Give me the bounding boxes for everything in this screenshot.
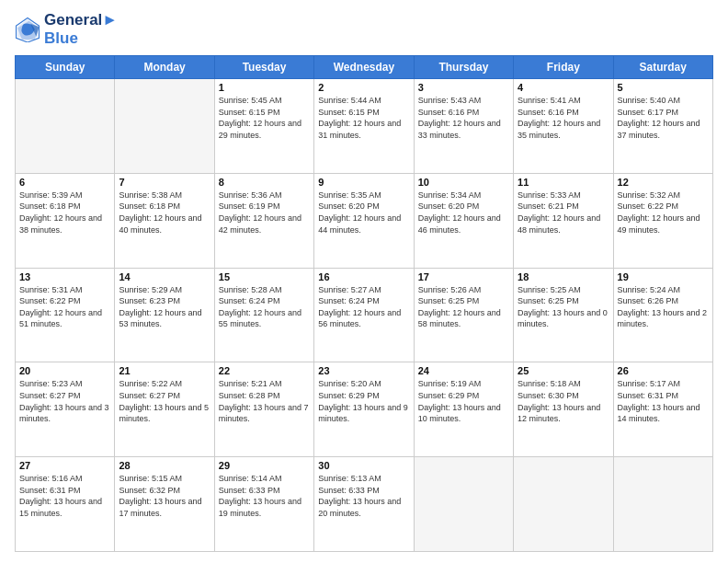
logo-text: General► Blue bbox=[44, 11, 118, 48]
calendar-day-cell bbox=[16, 79, 115, 174]
logo-icon bbox=[15, 17, 40, 42]
calendar-week-row: 1Sunrise: 5:45 AMSunset: 6:15 PMDaylight… bbox=[16, 79, 713, 174]
calendar-day-cell: 30Sunrise: 5:13 AMSunset: 6:33 PMDayligh… bbox=[314, 457, 414, 552]
calendar-day-cell: 24Sunrise: 5:19 AMSunset: 6:29 PMDayligh… bbox=[414, 362, 513, 457]
weekday-header-row: Sunday Monday Tuesday Wednesday Thursday… bbox=[16, 56, 713, 79]
header-thursday: Thursday bbox=[414, 56, 513, 79]
header-monday: Monday bbox=[115, 56, 214, 79]
day-number: 11 bbox=[518, 177, 609, 188]
calendar-day-cell: 25Sunrise: 5:18 AMSunset: 6:30 PMDayligh… bbox=[514, 362, 613, 457]
calendar-day-cell: 3Sunrise: 5:43 AMSunset: 6:16 PMDaylight… bbox=[414, 79, 513, 174]
day-info: Sunrise: 5:15 AMSunset: 6:32 PMDaylight:… bbox=[119, 473, 210, 519]
day-info: Sunrise: 5:21 AMSunset: 6:28 PMDaylight:… bbox=[219, 378, 310, 424]
day-number: 25 bbox=[518, 365, 609, 376]
day-info: Sunrise: 5:33 AMSunset: 6:21 PMDaylight:… bbox=[518, 190, 609, 236]
day-number: 21 bbox=[119, 365, 210, 376]
header-sunday: Sunday bbox=[16, 56, 115, 79]
calendar-day-cell: 7Sunrise: 5:38 AMSunset: 6:18 PMDaylight… bbox=[115, 173, 214, 268]
day-info: Sunrise: 5:14 AMSunset: 6:33 PMDaylight:… bbox=[219, 473, 310, 519]
day-number: 6 bbox=[19, 177, 110, 188]
calendar-day-cell: 27Sunrise: 5:16 AMSunset: 6:31 PMDayligh… bbox=[16, 457, 115, 552]
calendar-day-cell: 19Sunrise: 5:24 AMSunset: 6:26 PMDayligh… bbox=[613, 268, 712, 362]
day-number: 10 bbox=[418, 177, 509, 188]
day-number: 26 bbox=[618, 365, 709, 376]
day-number: 8 bbox=[219, 177, 310, 188]
day-info: Sunrise: 5:39 AMSunset: 6:18 PMDaylight:… bbox=[19, 190, 110, 236]
calendar-day-cell: 1Sunrise: 5:45 AMSunset: 6:15 PMDaylight… bbox=[214, 79, 313, 174]
day-info: Sunrise: 5:31 AMSunset: 6:22 PMDaylight:… bbox=[19, 284, 110, 330]
day-number: 22 bbox=[219, 365, 310, 376]
day-number: 1 bbox=[219, 82, 310, 93]
calendar-day-cell: 9Sunrise: 5:35 AMSunset: 6:20 PMDaylight… bbox=[314, 173, 414, 268]
calendar-day-cell: 16Sunrise: 5:27 AMSunset: 6:24 PMDayligh… bbox=[314, 268, 414, 362]
day-number: 4 bbox=[518, 82, 609, 93]
calendar-day-cell: 2Sunrise: 5:44 AMSunset: 6:15 PMDaylight… bbox=[314, 79, 414, 174]
calendar-day-cell: 21Sunrise: 5:22 AMSunset: 6:27 PMDayligh… bbox=[115, 362, 214, 457]
header-friday: Friday bbox=[514, 56, 613, 79]
calendar-day-cell: 12Sunrise: 5:32 AMSunset: 6:22 PMDayligh… bbox=[613, 173, 712, 268]
day-number: 5 bbox=[618, 82, 709, 93]
day-info: Sunrise: 5:32 AMSunset: 6:22 PMDaylight:… bbox=[618, 190, 709, 236]
calendar-day-cell: 11Sunrise: 5:33 AMSunset: 6:21 PMDayligh… bbox=[514, 173, 613, 268]
day-number: 19 bbox=[618, 271, 709, 282]
calendar-day-cell: 22Sunrise: 5:21 AMSunset: 6:28 PMDayligh… bbox=[214, 362, 313, 457]
day-info: Sunrise: 5:43 AMSunset: 6:16 PMDaylight:… bbox=[418, 95, 509, 141]
day-info: Sunrise: 5:28 AMSunset: 6:24 PMDaylight:… bbox=[219, 284, 310, 330]
day-number: 9 bbox=[318, 177, 409, 188]
day-number: 28 bbox=[119, 460, 210, 471]
day-info: Sunrise: 5:27 AMSunset: 6:24 PMDaylight:… bbox=[318, 284, 409, 330]
header-wednesday: Wednesday bbox=[314, 56, 414, 79]
calendar-day-cell: 15Sunrise: 5:28 AMSunset: 6:24 PMDayligh… bbox=[214, 268, 313, 362]
day-number: 7 bbox=[119, 177, 210, 188]
day-number: 14 bbox=[119, 271, 210, 282]
calendar-day-cell: 23Sunrise: 5:20 AMSunset: 6:29 PMDayligh… bbox=[314, 362, 414, 457]
calendar-day-cell: 4Sunrise: 5:41 AMSunset: 6:16 PMDaylight… bbox=[514, 79, 613, 174]
page: General► Blue Sunday Monday Tuesday Wedn… bbox=[0, 0, 728, 563]
day-info: Sunrise: 5:40 AMSunset: 6:17 PMDaylight:… bbox=[618, 95, 709, 141]
calendar-day-cell: 26Sunrise: 5:17 AMSunset: 6:31 PMDayligh… bbox=[613, 362, 712, 457]
header: General► Blue bbox=[15, 11, 713, 48]
day-number: 13 bbox=[19, 271, 110, 282]
day-number: 27 bbox=[19, 460, 110, 471]
day-number: 12 bbox=[618, 177, 709, 188]
day-number: 15 bbox=[219, 271, 310, 282]
day-info: Sunrise: 5:24 AMSunset: 6:26 PMDaylight:… bbox=[618, 284, 709, 330]
day-info: Sunrise: 5:38 AMSunset: 6:18 PMDaylight:… bbox=[119, 190, 210, 236]
day-info: Sunrise: 5:45 AMSunset: 6:15 PMDaylight:… bbox=[219, 95, 310, 141]
day-number: 16 bbox=[318, 271, 409, 282]
calendar-week-row: 27Sunrise: 5:16 AMSunset: 6:31 PMDayligh… bbox=[16, 457, 713, 552]
day-info: Sunrise: 5:17 AMSunset: 6:31 PMDaylight:… bbox=[618, 378, 709, 424]
header-saturday: Saturday bbox=[613, 56, 712, 79]
calendar-day-cell bbox=[613, 457, 712, 552]
logo: General► Blue bbox=[15, 11, 118, 48]
day-info: Sunrise: 5:18 AMSunset: 6:30 PMDaylight:… bbox=[518, 378, 609, 424]
calendar-week-row: 13Sunrise: 5:31 AMSunset: 6:22 PMDayligh… bbox=[16, 268, 713, 362]
calendar-day-cell: 20Sunrise: 5:23 AMSunset: 6:27 PMDayligh… bbox=[16, 362, 115, 457]
header-tuesday: Tuesday bbox=[214, 56, 313, 79]
calendar-week-row: 6Sunrise: 5:39 AMSunset: 6:18 PMDaylight… bbox=[16, 173, 713, 268]
day-info: Sunrise: 5:16 AMSunset: 6:31 PMDaylight:… bbox=[19, 473, 110, 519]
day-info: Sunrise: 5:36 AMSunset: 6:19 PMDaylight:… bbox=[219, 190, 310, 236]
day-number: 29 bbox=[219, 460, 310, 471]
day-info: Sunrise: 5:19 AMSunset: 6:29 PMDaylight:… bbox=[418, 378, 509, 424]
day-info: Sunrise: 5:26 AMSunset: 6:25 PMDaylight:… bbox=[418, 284, 509, 330]
day-info: Sunrise: 5:44 AMSunset: 6:15 PMDaylight:… bbox=[318, 95, 409, 141]
calendar-table: Sunday Monday Tuesday Wednesday Thursday… bbox=[15, 55, 713, 552]
day-number: 30 bbox=[318, 460, 409, 471]
day-number: 2 bbox=[318, 82, 409, 93]
calendar-day-cell: 8Sunrise: 5:36 AMSunset: 6:19 PMDaylight… bbox=[214, 173, 313, 268]
calendar-day-cell: 29Sunrise: 5:14 AMSunset: 6:33 PMDayligh… bbox=[214, 457, 313, 552]
calendar-day-cell: 18Sunrise: 5:25 AMSunset: 6:25 PMDayligh… bbox=[514, 268, 613, 362]
calendar-day-cell bbox=[514, 457, 613, 552]
day-number: 17 bbox=[418, 271, 509, 282]
day-number: 20 bbox=[19, 365, 110, 376]
calendar-day-cell bbox=[414, 457, 513, 552]
day-number: 3 bbox=[418, 82, 509, 93]
calendar-day-cell: 17Sunrise: 5:26 AMSunset: 6:25 PMDayligh… bbox=[414, 268, 513, 362]
day-info: Sunrise: 5:29 AMSunset: 6:23 PMDaylight:… bbox=[119, 284, 210, 330]
calendar-day-cell bbox=[115, 79, 214, 174]
calendar-day-cell: 14Sunrise: 5:29 AMSunset: 6:23 PMDayligh… bbox=[115, 268, 214, 362]
day-number: 24 bbox=[418, 365, 509, 376]
calendar-day-cell: 13Sunrise: 5:31 AMSunset: 6:22 PMDayligh… bbox=[16, 268, 115, 362]
calendar-day-cell: 5Sunrise: 5:40 AMSunset: 6:17 PMDaylight… bbox=[613, 79, 712, 174]
